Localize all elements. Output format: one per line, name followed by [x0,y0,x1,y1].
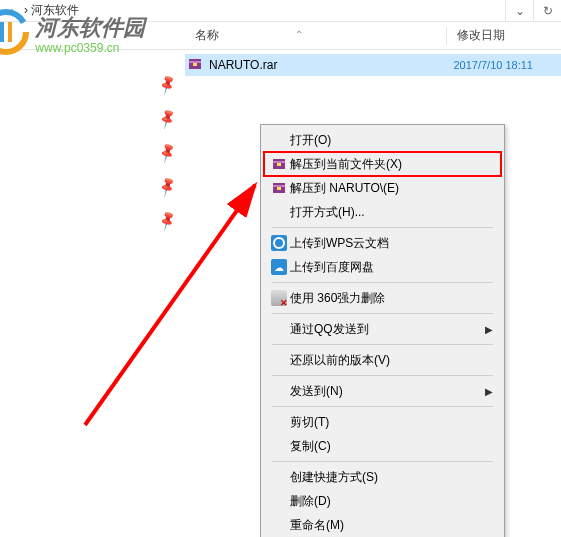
name-column-label: 名称 [195,28,219,42]
menu-separator [272,313,493,314]
pin-icon[interactable]: 📌 [155,107,178,129]
menu-open-with[interactable]: 打开方式(H)... [264,200,501,224]
menu-cut[interactable]: 剪切(T) [264,410,501,434]
refresh-button[interactable]: ↻ [533,0,561,22]
menu-label: 创建快捷方式(S) [290,469,493,486]
titlebar: ‹ › 河东软件 ⌄ ↻ [0,0,561,22]
menu-separator [272,344,493,345]
annotation-arrow [75,175,275,435]
menu-label: 复制(C) [290,438,493,455]
dropdown-button[interactable]: ⌄ [505,0,533,22]
menu-label: 剪切(T) [290,414,493,431]
menu-label: 通过QQ发送到 [290,321,485,338]
menu-extract-to[interactable]: 解压到 NARUTO\(E) [264,176,501,200]
menu-label: 解压到 NARUTO\(E) [290,180,493,197]
chevron-right-icon: ▶ [485,324,493,335]
menu-label: 打开(O) [290,132,493,149]
menu-label: 上传到WPS云文档 [290,235,493,252]
menu-label: 使用 360强力删除 [290,290,493,307]
menu-copy[interactable]: 复制(C) [264,434,501,458]
sort-indicator-icon: ⌃ [295,29,303,40]
menu-open[interactable]: 打开(O) [264,128,501,152]
menu-separator [272,406,493,407]
pin-icon[interactable]: 📌 [155,175,178,197]
file-date: 2017/7/10 18:11 [453,59,561,71]
menu-create-shortcut[interactable]: 创建快捷方式(S) [264,465,501,489]
menu-separator [272,282,493,283]
svg-rect-7 [273,185,285,187]
menu-baidu-upload[interactable]: ☁ 上传到百度网盘 [264,255,501,279]
window-controls: ⌄ ↻ [505,0,561,22]
menu-label: 删除(D) [290,493,493,510]
pin-icon[interactable]: 📌 [155,209,178,231]
pin-icon[interactable]: 📌 [155,73,178,95]
menu-label: 上传到百度网盘 [290,259,493,276]
menu-label: 发送到(N) [290,383,485,400]
baidu-icon: ☁ [271,259,287,275]
svg-rect-2 [193,63,197,66]
breadcrumb-path[interactable]: › 河东软件 [22,2,505,19]
svg-rect-4 [273,161,285,163]
menu-label: 解压到当前文件夹(X) [290,156,493,173]
context-menu: 打开(O) 解压到当前文件夹(X) 解压到 NARUTO\(E) 打开方式(H)… [260,124,505,537]
svg-rect-5 [277,163,281,166]
file-row-selected[interactable]: NARUTO.rar 2017/7/10 18:11 [185,54,561,76]
menu-separator [272,461,493,462]
menu-separator [272,375,493,376]
back-button[interactable]: ‹ [0,3,22,19]
menu-label: 还原以前的版本(V) [290,352,493,369]
name-column-header[interactable]: 名称 ⌃ [185,27,446,44]
menu-wps-upload[interactable]: 上传到WPS云文档 [264,231,501,255]
column-headers: 名称 ⌃ 修改日期 [0,22,561,50]
wps-icon [271,235,287,251]
menu-extract-here[interactable]: 解压到当前文件夹(X) [264,152,501,176]
chevron-right-icon: ▶ [485,386,493,397]
delete-icon [271,290,287,306]
menu-label: 打开方式(H)... [290,204,493,221]
menu-send-to[interactable]: 发送到(N) ▶ [264,379,501,403]
rar-icon [268,156,290,172]
menu-label: 重命名(M) [290,517,493,534]
content-area: 📌 📌 📌 📌 📌 NARUTO.rar 2017/7/10 18:11 打开(… [0,50,561,537]
menu-qq-send[interactable]: 通过QQ发送到 ▶ [264,317,501,341]
menu-360-delete[interactable]: 使用 360强力删除 [264,286,501,310]
date-column-header[interactable]: 修改日期 [447,27,561,44]
svg-rect-8 [277,187,281,190]
menu-separator [272,227,493,228]
rar-file-icon [187,56,205,74]
menu-previous-versions[interactable]: 还原以前的版本(V) [264,348,501,372]
svg-rect-1 [189,61,201,63]
menu-rename[interactable]: 重命名(M) [264,513,501,537]
rar-icon [268,180,290,196]
menu-delete[interactable]: 删除(D) [264,489,501,513]
file-name: NARUTO.rar [209,58,453,72]
pin-icon[interactable]: 📌 [155,141,178,163]
